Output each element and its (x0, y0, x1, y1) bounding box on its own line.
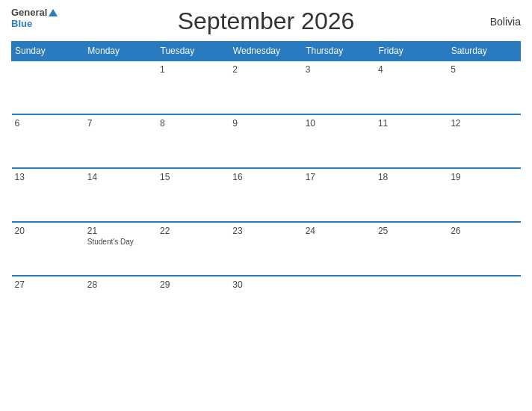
calendar-day-cell: 13 (12, 168, 84, 222)
day-number: 16 (232, 172, 299, 182)
calendar-day-cell: 10 (303, 114, 375, 168)
calendar-day-cell: 29 (157, 276, 229, 330)
calendar-day-cell: 18 (375, 168, 448, 222)
day-number: 18 (378, 172, 445, 182)
day-number: 5 (451, 64, 517, 75)
calendar-day-cell: 24 (303, 222, 375, 276)
day-number: 3 (306, 64, 372, 75)
calendar-day-cell: 4 (375, 61, 448, 114)
calendar-day-cell: 20 (12, 222, 84, 276)
weekday-header: Saturday (448, 42, 520, 61)
calendar-day-cell (12, 61, 84, 114)
day-number: 14 (87, 172, 154, 182)
calendar-day-cell: 2 (229, 61, 302, 114)
weekday-header: Thursday (303, 42, 375, 61)
calendar-day-cell: 9 (229, 114, 302, 168)
calendar-week-row: 12345 (12, 61, 521, 114)
calendar-day-cell: 1 (157, 61, 229, 114)
day-number: 26 (451, 226, 517, 236)
logo: General Blue (11, 7, 58, 29)
weekday-header: Friday (375, 42, 448, 61)
calendar-day-cell: 11 (375, 114, 448, 168)
day-number: 21 (87, 226, 154, 236)
calendar-container: General Blue September 2026 Bolivia Sund… (0, 0, 532, 411)
calendar-day-cell: 27 (12, 276, 84, 330)
day-number: 7 (87, 118, 154, 129)
calendar-week-row: 27282930 (12, 276, 521, 330)
calendar-day-cell: 30 (229, 276, 302, 330)
day-number: 28 (87, 279, 154, 290)
logo-blue-text: Blue (11, 18, 32, 29)
day-number: 1 (160, 64, 226, 75)
day-number: 19 (451, 172, 517, 182)
weekday-header: Sunday (12, 42, 84, 61)
calendar-day-cell: 17 (303, 168, 375, 222)
day-number: 30 (232, 279, 299, 290)
day-number: 13 (15, 172, 81, 182)
calendar-day-cell: 26 (448, 222, 520, 276)
logo-triangle-icon (49, 9, 58, 16)
calendar-day-cell: 7 (84, 114, 157, 168)
calendar-body: 123456789101112131415161718192021Student… (12, 61, 521, 330)
day-number: 6 (15, 118, 81, 129)
event-label: Student's Day (87, 238, 154, 246)
calendar-day-cell (84, 61, 157, 114)
day-number: 20 (15, 226, 81, 236)
day-number: 27 (15, 279, 81, 290)
calendar-week-row: 2021Student's Day2223242526 (12, 222, 521, 276)
calendar-day-cell (375, 276, 448, 330)
country-label: Bolivia (490, 16, 521, 28)
calendar-day-cell: 8 (157, 114, 229, 168)
calendar-day-cell: 15 (157, 168, 229, 222)
calendar-day-cell: 22 (157, 222, 229, 276)
calendar-day-cell: 5 (448, 61, 520, 114)
calendar-day-cell: 6 (12, 114, 84, 168)
day-number: 25 (378, 226, 445, 236)
day-number: 4 (378, 64, 445, 75)
calendar-day-cell: 19 (448, 168, 520, 222)
day-number: 12 (451, 118, 517, 129)
calendar-week-row: 13141516171819 (12, 168, 521, 222)
day-number: 8 (160, 118, 226, 129)
calendar-week-row: 6789101112 (12, 114, 521, 168)
calendar-day-cell: 16 (229, 168, 302, 222)
day-number: 2 (232, 64, 299, 75)
day-number: 22 (160, 226, 226, 236)
calendar-header: General Blue September 2026 Bolivia (11, 7, 521, 35)
day-number: 15 (160, 172, 226, 182)
day-number: 23 (232, 226, 299, 236)
calendar-day-cell: 21Student's Day (84, 222, 157, 276)
calendar-day-cell (448, 276, 520, 330)
calendar-header-row: SundayMondayTuesdayWednesdayThursdayFrid… (12, 42, 521, 61)
calendar-day-cell: 14 (84, 168, 157, 222)
weekday-header: Wednesday (229, 42, 302, 61)
day-number: 9 (232, 118, 299, 129)
day-number: 24 (306, 226, 372, 236)
calendar-day-cell: 28 (84, 276, 157, 330)
weekday-header: Tuesday (157, 42, 229, 61)
calendar-day-cell: 12 (448, 114, 520, 168)
calendar-table: SundayMondayTuesdayWednesdayThursdayFrid… (11, 41, 521, 330)
weekday-header: Monday (84, 42, 157, 61)
day-number: 10 (306, 118, 372, 129)
day-number: 17 (306, 172, 372, 182)
calendar-day-cell: 3 (303, 61, 375, 114)
calendar-day-cell (303, 276, 375, 330)
calendar-day-cell: 23 (229, 222, 302, 276)
calendar-title: September 2026 (178, 7, 355, 35)
day-number: 29 (160, 279, 226, 290)
day-number: 11 (378, 118, 445, 129)
logo-general-text: General (11, 7, 47, 17)
calendar-day-cell: 25 (375, 222, 448, 276)
